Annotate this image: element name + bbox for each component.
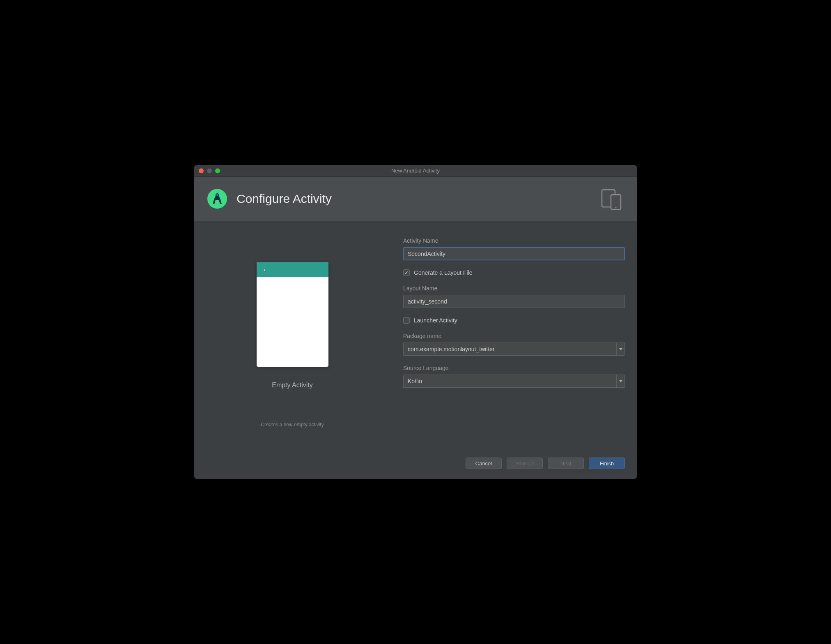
template-description: Creates a new empty activity — [261, 422, 324, 428]
package-name-label: Package name — [403, 333, 625, 339]
launcher-activity-row[interactable]: Launcher Activity — [403, 317, 625, 324]
cancel-button[interactable]: Cancel — [466, 458, 502, 469]
launcher-activity-checkbox[interactable] — [403, 317, 410, 324]
previous-button: Previous — [507, 458, 543, 469]
close-button[interactable] — [199, 168, 204, 173]
header: Configure Activity — [194, 177, 637, 221]
titlebar: New Android Activity — [194, 165, 637, 177]
window-controls — [194, 168, 220, 173]
finish-button[interactable]: Finish — [589, 458, 625, 469]
launcher-activity-label: Launcher Activity — [414, 317, 457, 324]
dialog-window: New Android Activity Configure Activity … — [194, 165, 637, 479]
activity-name-input[interactable] — [403, 247, 625, 260]
form-pane: Activity Name Generate a Layout File Lay… — [379, 237, 625, 439]
chevron-down-icon — [616, 375, 624, 387]
source-language-select[interactable]: Kotlin — [403, 375, 625, 388]
activity-name-label: Activity Name — [403, 237, 625, 244]
generate-layout-label: Generate a Layout File — [414, 269, 472, 276]
package-name-select[interactable]: com.example.motionlayout_twitter — [403, 343, 625, 356]
header-left: Configure Activity — [206, 188, 332, 210]
phone-preview-header: ← — [257, 262, 328, 277]
svg-point-5 — [615, 207, 617, 208]
android-studio-icon — [206, 188, 228, 210]
phone-preview: ← — [257, 262, 328, 367]
source-language-group: Source Language Kotlin — [403, 365, 625, 388]
activity-name-group: Activity Name — [403, 237, 625, 260]
layout-name-input[interactable] — [403, 295, 625, 308]
source-language-value: Kotlin — [408, 378, 422, 384]
package-name-value: com.example.motionlayout_twitter — [408, 346, 495, 352]
svg-point-2 — [216, 194, 218, 196]
devices-icon — [599, 186, 625, 212]
package-name-group: Package name com.example.motionlayout_tw… — [403, 333, 625, 356]
template-name: Empty Activity — [272, 382, 313, 389]
maximize-button[interactable] — [215, 168, 220, 173]
chevron-down-icon — [616, 343, 624, 355]
next-button: Next — [548, 458, 584, 469]
page-title: Configure Activity — [236, 192, 332, 206]
content: ← Empty Activity Creates a new empty act… — [194, 221, 637, 451]
generate-layout-checkbox[interactable] — [403, 269, 410, 276]
generate-layout-row[interactable]: Generate a Layout File — [403, 269, 625, 276]
back-arrow-icon: ← — [262, 265, 271, 274]
footer: Cancel Previous Next Finish — [194, 451, 637, 479]
layout-name-label: Layout Name — [403, 285, 625, 292]
minimize-button[interactable] — [207, 168, 212, 173]
layout-name-group: Layout Name — [403, 285, 625, 308]
window-title: New Android Activity — [391, 168, 440, 174]
preview-pane: ← Empty Activity Creates a new empty act… — [206, 237, 379, 439]
source-language-label: Source Language — [403, 365, 625, 371]
